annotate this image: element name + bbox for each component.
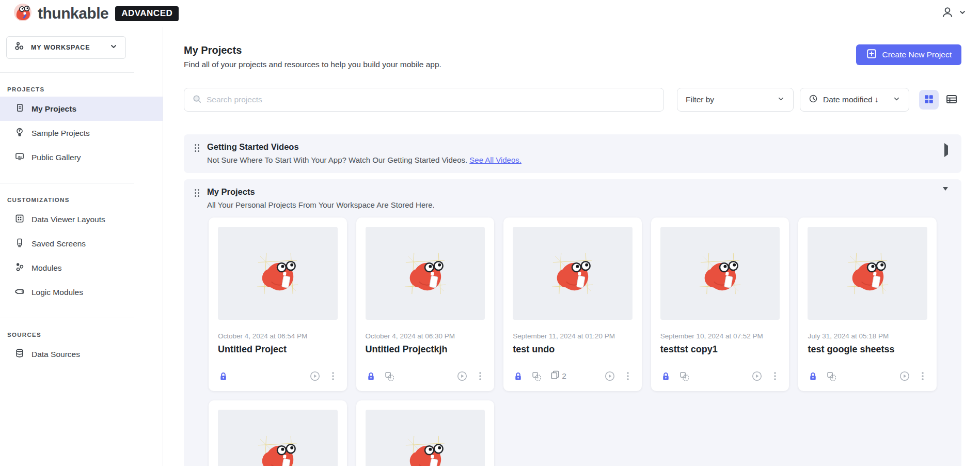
project-menu-icon[interactable] (770, 371, 780, 381)
drag-handle-icon[interactable] (194, 144, 200, 154)
account-menu[interactable] (941, 6, 967, 21)
plan-badge: ADVANCED (115, 6, 179, 21)
sidebar-item-label: Public Gallery (31, 153, 81, 162)
page-subtitle: Find all of your projects and resources … (184, 60, 441, 69)
preview-play-icon[interactable] (751, 370, 763, 382)
duplicate-icon[interactable] (679, 371, 690, 382)
project-menu-icon[interactable] (918, 371, 927, 381)
sidebar-item-label: Data Viewer Layouts (31, 215, 105, 224)
collapse-section-icon[interactable] (943, 191, 948, 200)
sidebar-item-label: Sample Projects (31, 129, 90, 138)
sidebar-item-my-projects[interactable]: My Projects (0, 97, 163, 121)
sidebar-item-saved-screens[interactable]: Saved Screens (0, 231, 163, 256)
filter-label: Filter by (686, 95, 714, 104)
sidebar-item-data-viewer-layouts[interactable]: Data Viewer Layouts (0, 207, 163, 231)
project-card[interactable] (209, 400, 347, 466)
sidebar: MY WORKSPACE PROJECTS My Projects (0, 27, 163, 466)
thunkable-mascot-thumbnail (401, 432, 450, 466)
chevron-down-icon (893, 95, 900, 105)
create-new-project-button[interactable]: Create New Project (856, 44, 961, 65)
filter-by-dropdown[interactable]: Filter by (677, 88, 794, 112)
project-date: September 10, 2024 at 07:52 PM (660, 332, 780, 340)
sort-dropdown[interactable]: Date modified ↓ (800, 88, 909, 112)
puzzle-icon (14, 286, 25, 299)
project-card[interactable]: October 4, 2024 at 06:30 PM Untitled Pro… (356, 218, 495, 391)
project-title: Untitled Projectkjh (366, 344, 485, 355)
project-menu-icon[interactable] (476, 371, 485, 381)
list-view-button[interactable] (942, 90, 961, 110)
project-thumbnail (218, 410, 338, 466)
drag-handle-icon[interactable] (194, 189, 200, 199)
my-projects-icon (14, 103, 25, 115)
project-thumbnail (218, 227, 338, 320)
thunkable-mascot-thumbnail (843, 249, 892, 298)
workspace-icon (14, 41, 25, 54)
thunkable-mascot-thumbnail (253, 432, 302, 466)
project-card[interactable]: September 10, 2024 at 07:52 PM testtst c… (651, 218, 789, 391)
layout-grid-icon (14, 213, 25, 226)
workspace-selector[interactable]: MY WORKSPACE (6, 36, 126, 59)
duplicate-icon[interactable] (384, 371, 395, 382)
sidebar-divider (0, 72, 134, 73)
search-input[interactable] (207, 95, 656, 104)
thunkable-mascot-icon (13, 3, 32, 24)
sidebar-item-data-sources[interactable]: Data Sources (0, 342, 163, 366)
project-menu-icon[interactable] (623, 371, 633, 381)
duplicate-icon[interactable] (531, 371, 542, 382)
sidebar-item-logic-modules[interactable]: Logic Modules (0, 280, 163, 304)
page-title: My Projects (184, 44, 441, 56)
search-projects-field (184, 88, 664, 112)
projects-grid: October 4, 2024 at 06:54 PM Untitled Pro… (194, 218, 951, 466)
brand-logo[interactable]: thunkable ADVANCED (13, 3, 179, 24)
project-card[interactable]: July 31, 2024 at 05:18 PM test google sh… (798, 218, 937, 391)
lock-icon[interactable] (660, 371, 671, 382)
pages-icon (550, 370, 560, 382)
create-button-label: Create New Project (882, 50, 952, 59)
project-card[interactable]: September 11, 2024 at 01:20 PM test undo (503, 218, 642, 391)
lock-icon[interactable] (366, 371, 376, 382)
gallery-icon (14, 151, 25, 164)
see-all-videos-link[interactable]: See All Videos. (469, 156, 521, 164)
project-card[interactable]: October 4, 2024 at 06:54 PM Untitled Pro… (209, 218, 347, 391)
sidebar-item-modules[interactable]: Modules (0, 256, 163, 280)
clock-icon (809, 94, 818, 105)
project-date: October 4, 2024 at 06:30 PM (366, 332, 485, 340)
sidebar-item-public-gallery[interactable]: Public Gallery (0, 145, 163, 169)
grid-view-button[interactable] (919, 90, 939, 110)
sidebar-section-header: PROJECTS (7, 86, 163, 92)
lock-icon[interactable] (808, 371, 818, 382)
lock-icon[interactable] (218, 371, 229, 382)
duplicate-icon[interactable] (826, 371, 837, 382)
section-title: Getting Started Videos (207, 142, 951, 152)
phone-icon (14, 238, 25, 250)
project-card[interactable] (356, 400, 495, 466)
sidebar-divider (0, 318, 134, 318)
expand-section-icon[interactable] (944, 146, 948, 155)
sidebar-item-label: Logic Modules (31, 288, 83, 297)
sidebar-section-header: CUSTOMIZATIONS (7, 197, 163, 203)
grid-view-icon (923, 94, 935, 106)
lock-icon[interactable] (513, 371, 524, 382)
lightbulb-icon (14, 127, 25, 139)
pages-count: 2 (550, 370, 566, 382)
chevron-down-icon (109, 42, 118, 53)
preview-play-icon[interactable] (899, 370, 910, 382)
sidebar-divider (0, 183, 134, 183)
sidebar-item-label: Modules (31, 263, 62, 273)
getting-started-videos-section: Getting Started Videos Not Sure Where To… (184, 134, 961, 173)
project-thumbnail (808, 227, 927, 320)
preview-play-icon[interactable] (309, 370, 321, 382)
thunkable-mascot-thumbnail (401, 249, 450, 298)
preview-play-icon[interactable] (604, 370, 615, 382)
chevron-down-icon (958, 8, 967, 19)
sort-label: Date modified ↓ (823, 95, 879, 104)
user-icon (941, 6, 954, 21)
thunkable-mascot-thumbnail (253, 249, 302, 298)
project-title: Untitled Project (218, 344, 338, 355)
pages-count-value: 2 (562, 371, 566, 381)
project-menu-icon[interactable] (328, 371, 338, 381)
project-thumbnail (366, 227, 485, 320)
project-card-footer (660, 370, 780, 382)
sidebar-item-sample-projects[interactable]: Sample Projects (0, 121, 163, 145)
preview-play-icon[interactable] (456, 370, 468, 382)
